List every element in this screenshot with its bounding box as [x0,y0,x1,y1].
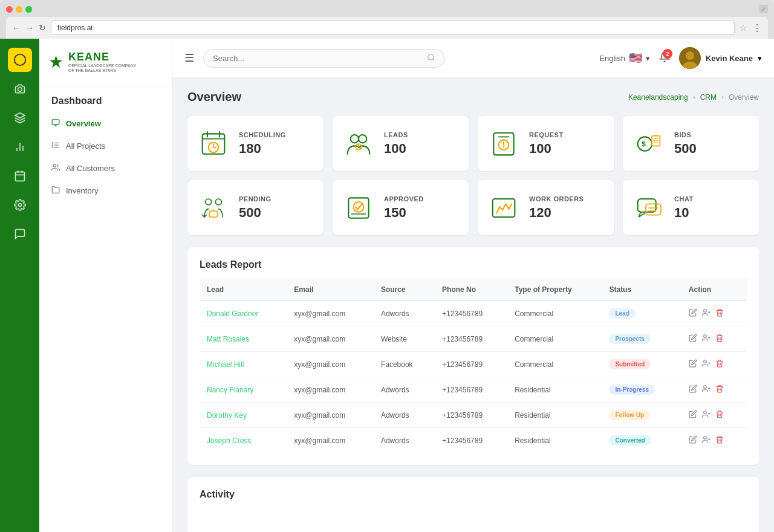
delete-button-1[interactable] [715,334,724,344]
hamburger-button[interactable]: ☰ [184,51,194,65]
lead-status-3: In-Progress [602,377,681,403]
nav-item-all-projects[interactable]: All Projects [39,135,172,157]
svg-point-25 [686,51,694,60]
svg-rect-7 [15,172,24,181]
nav-item-overview[interactable]: Overview [39,112,172,135]
delete-button-5[interactable] [715,435,724,446]
request-icon [487,127,520,160]
delete-button-0[interactable] [715,308,724,319]
activity-title: Activity [200,489,747,500]
sidebar-icon-camera[interactable] [8,77,32,101]
lead-name-2[interactable]: Michael Hill [207,360,244,369]
work-orders-label: WORK ORDERS [529,195,584,203]
pending-info: PENDING 500 [239,195,272,221]
stat-card-request[interactable]: REQUEST 100 [478,116,614,171]
sidebar-icon-dashboard[interactable] [8,48,32,72]
lead-name-1[interactable]: Matt Rosales [207,335,249,343]
approved-icon [342,191,375,224]
close-dot[interactable] [6,6,13,13]
user-info[interactable]: Kevin Keane ▾ [679,47,762,69]
col-status: Status [602,279,681,300]
stat-card-chat[interactable]: CHAT 10 [623,180,759,235]
forward-button[interactable]: → [25,23,34,33]
stat-card-scheduling[interactable]: SCHEDULING 180 [187,116,324,171]
chat-icon [632,191,665,224]
browser-menu-icon[interactable]: ⋮ [752,22,762,34]
lead-source-1: Website [374,326,435,352]
lead-name-0[interactable]: Donald Gardner [207,310,258,318]
bookmark-icon[interactable]: ☆ [740,23,747,33]
nav-item-all-customers[interactable]: All Customers [39,157,172,180]
sidebar-icon-calendar[interactable] [8,164,32,188]
svg-line-23 [433,59,435,60]
maximize-dot[interactable] [25,6,32,13]
lead-email-4: xyx@gmail.com [287,403,374,428]
lead-property-0: Commercial [507,300,602,326]
left-nav: ★ KEANE OFFICIAL LANDSCAPE COMPANYOF THE… [39,39,172,532]
lead-source-2: Facebook [374,352,435,377]
lead-email-2: xyx@gmail.com [287,352,374,377]
add-user-button-1[interactable] [702,334,711,344]
lead-name-3[interactable]: Nancy Flanary [207,386,253,394]
edit-button-4[interactable] [689,410,697,420]
browser-chrome: ⤢ ← → ↻ fieldpros.ai ☆ ⋮ [0,0,774,39]
edit-button-5[interactable] [689,435,697,446]
delete-button-2[interactable] [715,359,724,369]
lead-source-4: Adwords [374,403,435,428]
edit-button-2[interactable] [689,359,697,369]
delete-button-3[interactable] [715,384,724,395]
add-user-button-0[interactable] [702,308,711,319]
user-chevron-icon: ▾ [758,54,762,63]
svg-line-38 [359,147,360,149]
logo-area: ★ KEANE OFFICIAL LANDSCAPE COMPANYOF THE… [39,51,172,86]
stat-card-leads[interactable]: LEADS 100 [333,116,469,171]
breadcrumb-sep2: › [721,93,724,102]
page-title: Overview [187,90,241,104]
dashboard-label: Dashboard [39,86,172,112]
lead-name-4[interactable]: Dorothy Key [207,411,247,420]
lead-property-4: Residential [507,403,602,428]
nav-item-inventory[interactable]: Inventory [39,180,172,202]
svg-point-34 [350,135,358,143]
table-row: Matt Rosales xyx@gmail.com Website +1234… [200,326,747,352]
sidebar-icon-layers[interactable] [8,106,32,130]
work-orders-info: WORK ORDERS 120 [529,195,584,221]
minimize-dot[interactable] [16,6,22,13]
language-selector[interactable]: English 🇺🇸 ▾ [599,51,650,65]
url-bar[interactable]: fieldpros.ai [51,21,735,35]
lead-phone-4: +123456789 [435,403,507,428]
add-user-button-3[interactable] [702,384,711,395]
add-user-button-5[interactable] [702,435,711,446]
breadcrumb-crumb1[interactable]: Keanelandscaping [628,93,688,102]
breadcrumb-crumb2[interactable]: CRM [700,93,717,102]
lead-name-5[interactable]: Joseph Cross [207,436,251,445]
search-input[interactable] [213,54,422,63]
edit-button-3[interactable] [689,384,697,395]
notification-button[interactable]: 2 [659,51,670,65]
delete-button-4[interactable] [715,410,724,420]
chat-value: 10 [674,205,694,221]
scheduling-icon [197,127,230,160]
table-row: Joseph Cross xyx@gmail.com Adwords +1234… [200,428,747,453]
sidebar-icon-chart[interactable] [8,135,32,159]
edit-button-0[interactable] [689,308,697,319]
add-user-button-4[interactable] [702,410,711,420]
scheduling-label: SCHEDULING [239,131,286,138]
breadcrumb-crumb3: Overview [729,93,759,102]
stat-card-approved[interactable]: APPROVED 150 [333,180,469,235]
refresh-button[interactable]: ↻ [39,23,46,33]
lead-email-5: xyx@gmail.com [287,428,374,453]
top-header: ☰ English 🇺🇸 ▾ 2 [172,39,774,78]
flag-icon: 🇺🇸 [629,51,642,65]
back-button[interactable]: ← [12,23,21,33]
stat-card-pending[interactable]: PENDING 500 [187,180,324,235]
sidebar-icon-chat[interactable] [8,222,32,246]
stat-card-bids[interactable]: $ BIDS 500 [623,116,759,171]
logo-brand-name: KEANE [68,51,136,63]
add-user-button-2[interactable] [702,359,711,369]
edit-button-1[interactable] [689,334,697,344]
lead-property-2: Commercial [507,352,602,377]
sidebar-icon-settings[interactable] [8,193,32,217]
svg-point-18 [52,143,53,143]
stat-card-work-orders[interactable]: WORK ORDERS 120 [478,180,614,235]
